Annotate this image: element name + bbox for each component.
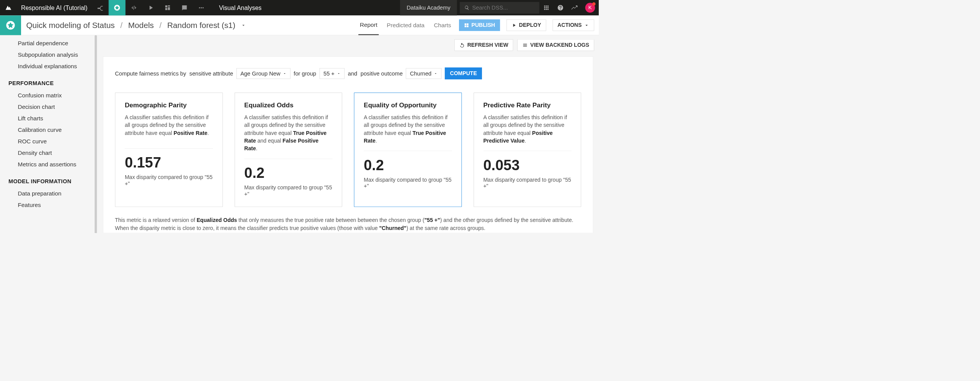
help-icon[interactable] [553, 5, 567, 11]
crumb-model[interactable]: Random forest (s1) [167, 21, 236, 30]
wiki-icon[interactable] [176, 0, 193, 15]
visual-analyses-tab[interactable]: Visual Analyses [210, 0, 271, 15]
chevron-down-icon [337, 72, 341, 76]
card-note: Max disparity compared to group "55 +" [125, 174, 213, 187]
svg-point-1 [201, 7, 202, 8]
dashboard-icon[interactable] [159, 0, 176, 15]
fairness-card[interactable]: Equalized OddsA classifier satisfies thi… [234, 92, 342, 207]
sidebar-item-subpopulation[interactable]: Subpopulation analysis [0, 49, 98, 61]
card-note: Max disparity compared to group "55 +" [483, 177, 571, 189]
breadcrumb: Quick modeling of Status / Models / Rand… [21, 21, 246, 30]
crumb-analysis[interactable]: Quick modeling of Status [26, 21, 115, 30]
svg-point-2 [202, 7, 203, 8]
controls-label: sensitive attribute [189, 70, 233, 77]
publish-button[interactable]: PUBLISH [459, 20, 500, 31]
card-description: A classifier satisfies this definition i… [483, 113, 571, 151]
chevron-down-icon [434, 72, 438, 76]
project-name[interactable]: Responsible AI (Tutorial) [17, 4, 92, 11]
card-title: Predictive Rate Parity [483, 102, 571, 109]
card-title: Equality of Opportunity [364, 102, 452, 109]
card-note: Max disparity compared to group "55 +" [364, 177, 452, 189]
sidebar-item-lift-charts[interactable]: Lift charts [0, 113, 98, 124]
svg-point-0 [199, 7, 200, 8]
crumb-sep: / [120, 21, 123, 30]
apps-icon[interactable] [539, 5, 554, 11]
fairness-card[interactable]: Equality of OpportunityA classifier sati… [354, 92, 462, 207]
sidebar-item-density-chart[interactable]: Density chart [0, 147, 98, 159]
group-dropdown[interactable]: 55 + [320, 68, 345, 79]
tab-report[interactable]: Report [358, 15, 379, 35]
sidebar-item-data-preparation[interactable]: Data preparation [0, 188, 98, 199]
sidebar-item-roc-curve[interactable]: ROC curve [0, 136, 98, 147]
card-value: 0.053 [483, 157, 571, 173]
metric-explanation: This metric is a relaxed version of Equa… [115, 216, 581, 233]
lab-icon[interactable] [108, 0, 125, 15]
sensitive-attribute-dropdown[interactable]: Age Group New [236, 68, 290, 79]
more-icon[interactable] [193, 0, 210, 15]
chevron-down-icon [283, 72, 287, 76]
fairness-card[interactable]: Demographic ParityA classifier satisfies… [115, 92, 223, 207]
sidebar: Partial dependence Subpopulation analysi… [0, 35, 98, 233]
controls-label: positive outcome [361, 70, 403, 77]
fairness-panel: Compute fairness metrics by sensitive at… [103, 56, 593, 233]
controls-label: and [348, 70, 357, 77]
card-description: A classifier satisfies this definition i… [364, 113, 452, 151]
flow-icon[interactable] [92, 0, 108, 15]
sidebar-item-partial-dependence[interactable]: Partial dependence [0, 38, 98, 49]
controls-label: Compute fairness metrics by [115, 70, 186, 77]
academy-link[interactable]: Dataiku Academy [400, 0, 457, 15]
sidebar-item-individual-explanations[interactable]: Individual explanations [0, 61, 98, 72]
card-title: Equalized Odds [244, 102, 333, 109]
view-backend-logs-button[interactable]: VIEW BACKEND LOGS [517, 39, 594, 51]
card-description: A classifier satisfies this definition i… [125, 113, 213, 149]
search-input[interactable] [472, 5, 535, 11]
analysis-icon[interactable] [0, 15, 21, 35]
tab-charts[interactable]: Charts [433, 16, 452, 34]
sidebar-item-confusion-matrix[interactable]: Confusion matrix [0, 90, 98, 101]
activity-icon[interactable] [567, 5, 582, 11]
search-icon [464, 5, 469, 11]
card-value: 0.2 [364, 157, 452, 173]
play-icon[interactable] [142, 0, 159, 15]
outcome-dropdown[interactable]: Churned [406, 68, 442, 79]
card-value: 0.2 [244, 164, 333, 181]
actions-button[interactable]: ACTIONS [552, 20, 594, 31]
crumb-sep: / [159, 21, 162, 30]
crumb-models[interactable]: Models [128, 21, 154, 30]
sidebar-item-features[interactable]: Features [0, 199, 98, 211]
compute-button[interactable]: COMPUTE [445, 67, 482, 79]
logo-bird-icon[interactable] [0, 3, 17, 12]
sidebar-item-decision-chart[interactable]: Decision chart [0, 101, 98, 113]
user-avatar[interactable]: K [585, 3, 595, 13]
fairness-card[interactable]: Predictive Rate ParityA classifier satis… [474, 92, 581, 207]
scrollbar[interactable] [95, 35, 97, 233]
card-note: Max disparity compared to group "55 +" [244, 184, 333, 197]
search-box[interactable] [460, 2, 539, 14]
card-value: 0.157 [125, 154, 213, 171]
deploy-button[interactable]: DEPLOY [506, 20, 546, 31]
tab-predicted-data[interactable]: Predicted data [385, 16, 426, 34]
sidebar-item-calibration-curve[interactable]: Calibration curve [0, 124, 98, 136]
chevron-down-icon[interactable] [241, 21, 246, 30]
code-icon[interactable] [125, 0, 142, 15]
refresh-view-button[interactable]: REFRESH VIEW [454, 39, 513, 51]
controls-label: for group [294, 70, 316, 77]
sidebar-item-metrics-assertions[interactable]: Metrics and assertions [0, 159, 98, 170]
card-title: Demographic Parity [125, 102, 213, 109]
sidebar-section-model-info: MODEL INFORMATION [0, 170, 98, 188]
card-description: A classifier satisfies this definition i… [244, 113, 333, 159]
sidebar-section-performance: PERFORMANCE [0, 72, 98, 90]
